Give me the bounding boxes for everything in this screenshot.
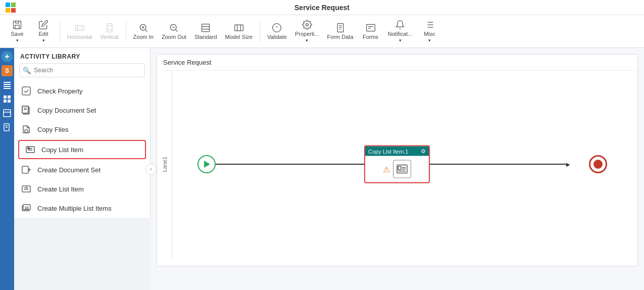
standard-label: Standard [194, 34, 217, 40]
start-event[interactable] [197, 155, 216, 173]
horizontal-label: Horizontal [67, 34, 92, 40]
sidebar-icon-module[interactable] [2, 108, 13, 119]
forms-button[interactable]: Forms [359, 17, 383, 45]
sidebar-icon-s[interactable]: S [2, 65, 13, 76]
svg-rect-49 [22, 87, 30, 95]
flow-line-1 [216, 164, 372, 165]
copy-document-set-icon [20, 104, 32, 116]
activity-box-body: ⚠ [365, 156, 429, 182]
properties-label: Properti... [295, 31, 319, 37]
save-button[interactable]: Save ▾ [5, 17, 29, 45]
svg-rect-72 [398, 167, 401, 170]
svg-rect-0 [6, 3, 10, 7]
svg-rect-18 [202, 24, 210, 32]
svg-rect-1 [11, 3, 16, 7]
lib-item-label: Copy List Item [41, 146, 83, 154]
svg-rect-37 [4, 84, 11, 85]
library-items-list: Check Property Copy Document Set Copy Fi… [14, 81, 150, 218]
gear-icon[interactable]: ⚙ [421, 148, 426, 155]
search-icon: 🔍 [23, 67, 31, 74]
sidebar-icon-list2[interactable] [2, 93, 13, 105]
flow-area: Copy List Item.1 ⚙ ⚠ [172, 71, 637, 258]
svg-rect-3 [11, 8, 16, 13]
check-property-icon [20, 85, 32, 97]
lib-item-create-multiple-list-items[interactable]: Create Multiple List Items [14, 199, 150, 218]
canvas-area: Service Request Lane1 Co [151, 48, 644, 290]
lib-item-check-property[interactable]: Check Property [14, 81, 150, 101]
left-icon-sidebar: + S [0, 48, 14, 290]
zoom-out-button[interactable]: Zoom Out [159, 17, 189, 45]
svg-rect-21 [234, 25, 243, 31]
notification-label: Notificat... [388, 31, 413, 37]
edit-button[interactable]: Edit ▾ [31, 17, 56, 45]
edit-label: Edit [39, 31, 48, 37]
lib-item-copy-document-set[interactable]: Copy Document Set [14, 101, 150, 120]
create-document-set-icon [20, 164, 32, 176]
lane-label: Lane1 [162, 157, 168, 172]
form-data-button[interactable]: Form Data [324, 17, 357, 45]
svg-rect-44 [4, 110, 11, 117]
end-event[interactable] [589, 155, 607, 173]
zoom-in-button[interactable]: Zoom In [130, 17, 157, 45]
notification-button[interactable]: Notificat... ▾ [385, 17, 416, 45]
canvas-title: Service Request [157, 55, 637, 71]
svg-rect-59 [28, 148, 29, 149]
list-activity-icon [393, 160, 411, 178]
canvas-container: Service Request Lane1 Co [157, 54, 638, 266]
toolbar-separator-1 [60, 21, 60, 41]
lib-item-create-list-item[interactable]: Create List Item [14, 179, 150, 199]
collapse-sidebar-button[interactable]: ‹ [145, 164, 157, 175]
activity-box-header: Copy List Item.1 ⚙ [365, 147, 429, 156]
end-event-inner [593, 160, 603, 169]
model-size-label: Model Size [225, 34, 253, 40]
svg-rect-60 [22, 166, 28, 173]
svg-rect-2 [6, 8, 10, 13]
lib-item-label: Create Multiple List Items [37, 205, 112, 212]
standard-button[interactable]: Standard [191, 17, 220, 45]
forms-label: Forms [363, 34, 378, 40]
validate-button[interactable]: Validate [264, 17, 290, 45]
properties-button[interactable]: Properti... ▾ [292, 17, 322, 45]
sidebar-icon-plus[interactable]: + [2, 51, 13, 62]
copy-list-item-icon [24, 143, 36, 156]
svg-rect-36 [4, 82, 11, 83]
validate-label: Validate [267, 34, 287, 40]
vertical-button[interactable]: Vertical [97, 17, 122, 45]
sidebar-icon-list1[interactable] [2, 79, 13, 90]
library-search-input[interactable] [19, 63, 145, 77]
model-size-button[interactable]: Model Size [222, 17, 256, 45]
svg-rect-55 [25, 130, 28, 132]
svg-line-12 [145, 30, 147, 32]
toolbar-separator-2 [126, 21, 126, 41]
canvas-diagram[interactable]: Lane1 Copy List Item.1 ⚙ [157, 71, 637, 258]
create-multiple-list-items-icon [20, 202, 32, 214]
lib-item-copy-list-item[interactable]: Copy List Item [18, 140, 146, 159]
save-label: Save [11, 31, 23, 37]
svg-rect-27 [366, 24, 375, 31]
lib-item-label: Create List Item [37, 185, 84, 193]
svg-rect-41 [8, 95, 11, 99]
copy-files-icon [20, 123, 32, 135]
lib-item-label: Create Document Set [37, 166, 101, 174]
zoom-out-label: Zoom Out [162, 34, 186, 40]
svg-rect-42 [4, 100, 7, 103]
lib-item-copy-files[interactable]: Copy Files [14, 120, 150, 139]
page-title: Service Request [294, 4, 350, 12]
form-data-label: Form Data [327, 34, 354, 40]
top-header: Service Request [0, 0, 644, 15]
activity-node-copy-list-item[interactable]: Copy List Item.1 ⚙ ⚠ [364, 146, 430, 183]
misc-button[interactable]: Misc ▾ [417, 17, 441, 45]
activity-library-panel: Activity Library 🔍 Check Property [14, 48, 151, 290]
activity-library-header: Activity Library [14, 48, 150, 63]
svg-rect-4 [14, 21, 21, 29]
lib-item-label: Copy Files [37, 126, 68, 133]
warning-icon: ⚠ [383, 164, 390, 174]
create-list-item-icon [20, 183, 32, 195]
sidebar-icon-doc[interactable] [2, 122, 13, 133]
horizontal-button[interactable]: Horizontal [64, 17, 95, 45]
lib-item-label: Check Property [37, 87, 83, 95]
svg-point-22 [306, 24, 308, 26]
app-logo[interactable] [5, 2, 16, 13]
svg-rect-23 [337, 24, 343, 32]
lib-item-create-document-set[interactable]: Create Document Set [14, 160, 150, 179]
